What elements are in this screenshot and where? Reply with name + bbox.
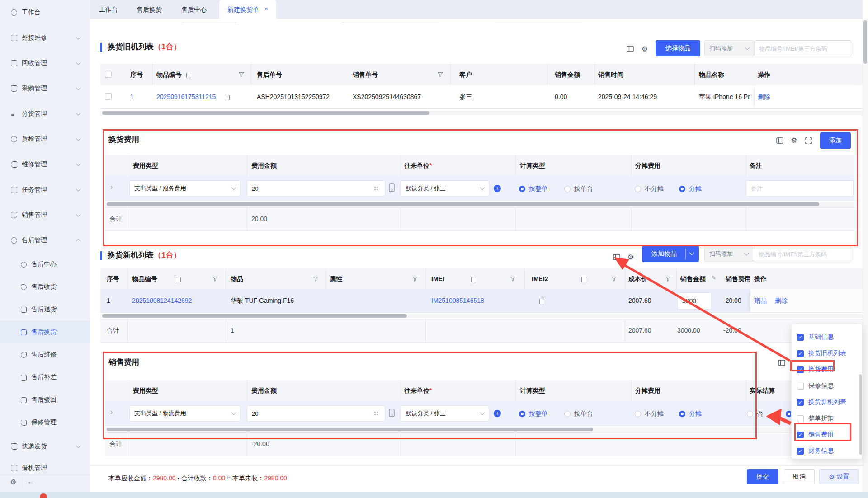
popup-item-order-discount[interactable]: 整单折扣 [792,410,862,427]
checkbox-icon[interactable] [797,383,804,390]
calculator-icon[interactable] [389,183,395,192]
checkbox-checked-icon[interactable] [797,350,804,357]
popup-item-finance-info[interactable]: 财务信息 [792,443,862,459]
add-partner-icon[interactable]: + [494,185,501,192]
scan-code-input[interactable] [754,40,851,56]
hscroll-thumb[interactable] [102,314,407,318]
sidebar-subitem-aftersale-receive[interactable]: 售后收货 [0,276,90,298]
submit-button[interactable]: 提交 [747,469,778,484]
checkbox-icon[interactable] [797,415,804,422]
sidebar-subitem-aftersale-reject[interactable]: 售后驳回 [0,389,90,411]
tab-workbench[interactable]: 工作台 [99,6,118,14]
fee-amount-input[interactable] [247,180,385,197]
popup-item-sales-fee[interactable]: 销售费用 [792,427,862,443]
sidebar-item-qc[interactable]: 质检管理 [0,127,90,152]
share-no-radio[interactable] [635,411,641,417]
filter-icon[interactable] [239,72,244,77]
close-icon[interactable]: × [264,5,268,12]
sidebar-item-repair[interactable]: 维修管理 [0,152,90,177]
sidebar-item-task[interactable]: 任务管理 [0,177,90,202]
sidebar-item-recycle[interactable]: 回收管理 [0,51,90,76]
sidebar-item-aftersale[interactable]: 售后管理 [0,228,90,253]
fee-type-select[interactable]: 支出类型 / 服务费用 [129,180,241,197]
column-layout-icon[interactable] [613,254,620,260]
remark-input[interactable] [746,180,854,197]
settle-no-label[interactable]: 否 [757,410,763,418]
cancel-button[interactable]: 取消 [784,469,815,484]
gear-icon[interactable]: ⚙ [791,136,797,145]
copy-icon[interactable] [539,299,544,304]
calc-whole-label[interactable]: 按整单 [529,410,548,418]
sidebar-subitem-warranty[interactable]: 保修管理 [0,411,90,434]
sidebar-item-external-repair[interactable]: 外接维修 [0,25,90,51]
sidebar-subitem-aftersale-center[interactable]: 售后中心 [0,253,90,276]
sidebar-item-purchase[interactable]: 采购管理 [0,76,90,101]
delete-link[interactable]: 删除 [758,93,770,101]
settings-button[interactable]: ⚙设置 [819,469,859,484]
vscroll-thumb[interactable] [863,20,867,64]
popup-item-basic-info[interactable]: 基础信息 [792,329,862,345]
cell-item-no-link[interactable]: 20250916175811215 [156,93,216,100]
checkbox-checked-icon[interactable] [797,448,804,455]
partner-select[interactable]: 默认分类 / 张三 [401,405,489,422]
sidebar-subitem-aftersale-exchange[interactable]: 售后换货 [0,321,90,343]
cell-imei-link[interactable]: IM2510085146518 [431,297,484,304]
checkbox-checked-icon[interactable] [797,432,804,438]
settle-no-radio[interactable] [747,411,753,417]
filter-icon[interactable] [212,276,218,282]
filter-icon[interactable] [438,72,443,77]
sidebar-item-distribution[interactable]: ≡分货管理 [0,101,90,127]
sidebar-subitem-aftersale-return[interactable]: 售后退货 [0,298,90,321]
sidebar-item-express[interactable]: 快递发货 [0,434,90,459]
copy-icon[interactable] [176,277,181,282]
share-yes-radio[interactable] [679,186,685,192]
share-yes-label[interactable]: 分摊 [689,185,702,193]
calc-whole-label[interactable]: 按整单 [529,185,548,193]
calc-per-unit-label[interactable]: 按单台 [574,185,593,193]
filter-icon[interactable] [412,276,418,282]
add-partner-icon[interactable]: + [494,410,501,417]
row-checkbox[interactable] [105,93,112,100]
share-yes-label[interactable]: 分摊 [689,410,702,418]
fullscreen-icon[interactable] [805,137,812,144]
expand-row-icon[interactable]: › [110,408,113,416]
add-fee-button[interactable]: 添加 [820,132,851,149]
cell-item-no-link[interactable]: 20251008124142692 [132,297,192,304]
hscroll-thumb[interactable] [107,428,593,431]
hscroll-thumb[interactable] [107,202,819,206]
checkbox-checked-icon[interactable] [797,334,804,341]
calc-per-unit-radio[interactable] [564,411,571,417]
fee-type-select[interactable]: 支出类型 / 物流费用 [129,405,241,422]
filter-icon[interactable] [313,276,318,282]
share-yes-radio[interactable] [679,411,685,417]
drag-handle-icon[interactable] [374,412,376,413]
delete-link[interactable]: 删除 [775,297,788,305]
tab-new-exchange-order[interactable]: 新建换货单 × [219,0,276,19]
column-layout-icon[interactable] [778,360,785,366]
tab-aftersale-center[interactable]: 售后中心 [181,6,207,14]
filter-icon[interactable] [665,276,671,282]
collapse-arrow-icon[interactable]: ← [27,477,35,486]
sidebar-item-sales[interactable]: 销售管理 [0,202,90,228]
gear-icon[interactable]: ⚙ [627,253,634,261]
copy-icon[interactable] [225,95,230,100]
calculator-icon[interactable] [389,409,395,417]
hscroll-thumb[interactable] [102,111,429,115]
drag-handle-icon[interactable] [374,187,376,188]
select-all-checkbox[interactable] [105,71,112,78]
copy-icon[interactable] [186,73,191,78]
partner-select[interactable]: 默认分类 / 张三 [401,180,489,197]
calc-per-unit-radio[interactable] [564,186,571,192]
expand-row-icon[interactable]: › [110,183,113,191]
popup-item-warranty-info[interactable]: 保修信息 [792,378,862,394]
column-layout-icon[interactable] [776,137,783,144]
scan-add-select[interactable]: 扫码添加 [704,40,754,56]
gear-icon[interactable]: ⚙ [10,478,16,486]
column-layout-icon[interactable] [627,46,634,52]
fee-amount-input[interactable] [247,405,385,422]
tab-aftersale-exchange[interactable]: 售后换货 [137,6,162,14]
popup-item-new-list[interactable]: 换货新机列表 [792,394,862,410]
calc-per-unit-label[interactable]: 按单台 [574,410,593,418]
popup-item-old-list[interactable]: 换货旧机列表 [792,345,862,362]
popup-item-exchange-fee[interactable]: 换货费用 [792,362,862,378]
